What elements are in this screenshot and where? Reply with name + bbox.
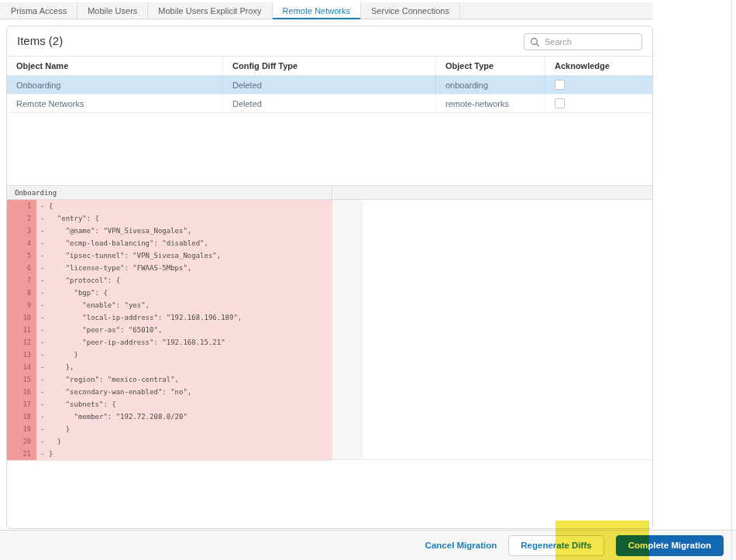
acknowledge-checkbox[interactable]	[555, 80, 565, 90]
line-number: 17	[7, 398, 36, 411]
cell-object-type: onboarding	[436, 76, 545, 94]
code-text: "subnets": {	[49, 398, 332, 411]
line-number: 4	[7, 237, 36, 249]
removed-marker: -	[36, 299, 49, 311]
line-number: 19	[7, 423, 36, 435]
table-row[interactable]: Remote NetworksDeletedremote-networks	[7, 94, 652, 113]
code-text: "@name": "VPN_Sivesa_Nogales",	[49, 225, 332, 237]
diff-line: 2- "entry": {	[7, 212, 332, 225]
line-number: 16	[7, 386, 36, 398]
tab-prisma-access[interactable]: Prisma Access	[0, 2, 77, 19]
code-text: "region": "mexico-central",	[49, 373, 332, 386]
line-number: 21	[7, 448, 36, 460]
tab-bar: Prisma AccessMobile UsersMobile Users Ex…	[0, 2, 653, 19]
diff-line: 13- }	[7, 349, 332, 361]
table-body: OnboardingDeletedonboardingRemote Networ…	[7, 76, 652, 113]
tab-mobile-users-explicit-proxy[interactable]: Mobile Users Explicit Proxy	[148, 2, 272, 19]
panel-header: Items (2)	[7, 26, 652, 57]
code-text: "local-ip-address": "192.168.196.189",	[49, 311, 332, 324]
code-text: "entry": {	[49, 212, 332, 225]
footer-action-bar: Cancel Migration Regenerate Diffs Comple…	[0, 530, 736, 560]
diff-pane-header-right	[332, 186, 652, 199]
code-text: "license-type": "FWAAS-5Mbps",	[49, 262, 332, 274]
table-row[interactable]: OnboardingDeletedonboarding	[7, 76, 652, 94]
code-text: "protocol": {	[49, 274, 332, 287]
column-header-object-name[interactable]: Object Name	[7, 57, 223, 75]
code-text: "peer-as": "65010",	[49, 324, 332, 336]
diff-line: 10- "local-ip-address": "192.168.196.189…	[7, 311, 332, 324]
code-text: "enable": "yes",	[49, 299, 332, 311]
diff-line: 12- "peer-ip-address": "192.168.15.21"	[7, 336, 332, 349]
regenerate-diffs-button[interactable]: Regenerate Diffs	[508, 535, 604, 556]
tab-service-connections[interactable]: Service Connections	[361, 2, 460, 19]
diff-line: 19- }	[7, 423, 332, 435]
cell-config-diff-type: Deleted	[223, 76, 436, 94]
diff-line: 1-{	[7, 200, 332, 212]
removed-marker: -	[36, 225, 49, 237]
code-text: },	[49, 361, 332, 373]
removed-marker: -	[36, 200, 49, 212]
line-number: 15	[7, 373, 36, 386]
diff-header: Onboarding	[7, 185, 652, 200]
acknowledge-checkbox[interactable]	[555, 98, 565, 108]
cell-acknowledge	[545, 76, 652, 94]
removed-marker: -	[36, 398, 49, 411]
line-number: 5	[7, 249, 36, 262]
code-text: "ipsec-tunnel": "VPN_Sivesa_Nogales",	[49, 249, 332, 262]
diff-line: 3- "@name": "VPN_Sivesa_Nogales",	[7, 225, 332, 237]
cell-object-name: Onboarding	[7, 76, 223, 94]
code-text: "peer-ip-address": "192.168.15.21"	[49, 336, 332, 349]
diff-line: 5- "ipsec-tunnel": "VPN_Sivesa_Nogales",	[7, 249, 332, 262]
line-number: 18	[7, 411, 36, 423]
diff-line: 6- "license-type": "FWAAS-5Mbps",	[7, 262, 332, 274]
diff-line: 9- "enable": "yes",	[7, 299, 332, 311]
search-input[interactable]	[545, 37, 636, 46]
diff-line: 14- },	[7, 361, 332, 373]
diff-section: Onboarding 1-{2- "entry": {3- "@name": "…	[7, 185, 652, 461]
code-text: }	[49, 435, 332, 448]
diff-body: 1-{2- "entry": {3- "@name": "VPN_Sivesa_…	[7, 200, 652, 461]
screen: Prisma AccessMobile UsersMobile Users Ex…	[0, 0, 736, 560]
line-number: 14	[7, 361, 36, 373]
line-number: 7	[7, 274, 36, 287]
removed-marker: -	[36, 212, 49, 225]
panel-title: Items (2)	[17, 34, 63, 47]
removed-marker: -	[36, 336, 49, 349]
diff-line: 8- "bgp": {	[7, 287, 332, 299]
window-edge-line	[731, 0, 732, 560]
complete-migration-button[interactable]: Complete Migration	[616, 535, 724, 556]
removed-marker: -	[36, 411, 49, 423]
removed-marker: -	[36, 361, 49, 373]
tab-remote-networks[interactable]: Remote Networks	[273, 2, 361, 19]
code-text: "member": "192.72.208.0/20"	[49, 411, 332, 423]
line-number: 20	[7, 435, 36, 448]
diff-line: 18- "member": "192.72.208.0/20"	[7, 411, 332, 423]
diff-line: 7- "protocol": {	[7, 274, 332, 287]
cell-object-name: Remote Networks	[7, 94, 223, 112]
removed-marker: -	[36, 324, 49, 336]
diff-line: 21-}	[7, 448, 332, 460]
line-number: 9	[7, 299, 36, 311]
diff-line: 15- "region": "mexico-central",	[7, 373, 332, 386]
removed-marker: -	[36, 262, 49, 274]
line-number: 6	[7, 262, 36, 274]
search-box[interactable]	[524, 33, 642, 50]
code-text: {	[49, 200, 332, 212]
column-header-acknowledge[interactable]: Acknowledge	[545, 57, 652, 75]
search-icon	[530, 37, 540, 47]
tab-mobile-users[interactable]: Mobile Users	[77, 2, 148, 19]
line-number: 1	[7, 200, 36, 212]
diff-added-pane	[332, 200, 652, 460]
column-header-config-diff-type[interactable]: Config Diff Type	[223, 57, 436, 75]
cancel-migration-link[interactable]: Cancel Migration	[425, 541, 497, 550]
removed-marker: -	[36, 237, 49, 249]
code-text: }	[49, 423, 332, 435]
items-panel: Items (2) Object Name Config Diff Type O…	[6, 26, 653, 529]
line-number: 12	[7, 336, 36, 349]
diff-right-body	[363, 200, 652, 459]
code-text: }	[49, 349, 332, 361]
cell-acknowledge	[545, 94, 652, 112]
diff-pane-title: Onboarding	[7, 186, 332, 199]
line-number: 3	[7, 225, 36, 237]
column-header-object-type[interactable]: Object Type	[436, 57, 545, 75]
